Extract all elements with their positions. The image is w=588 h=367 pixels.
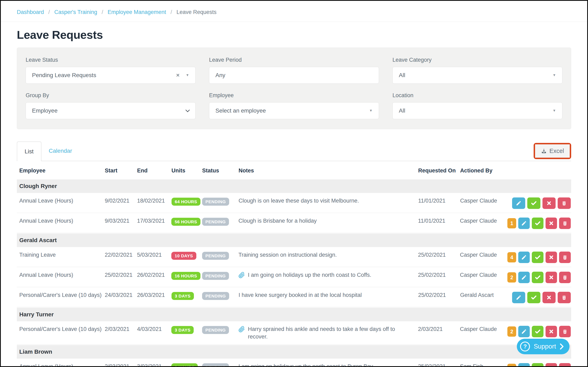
filter-leave-status: Leave Status Pending Leave Requests × ▼ (26, 57, 196, 84)
units-cell: 3 DAYS (171, 325, 202, 334)
decline-button[interactable] (542, 292, 556, 303)
delete-button[interactable] (558, 292, 571, 303)
filter-panel: Leave Status Pending Leave Requests × ▼ … (17, 48, 571, 129)
units-cell: 8 HOURS (171, 363, 202, 367)
units-badge: 16 HOURS (171, 272, 200, 280)
breadcrumb-current: Leave Requests (176, 9, 216, 15)
trash-icon (562, 275, 568, 280)
breadcrumb-link-caspers-training[interactable]: Casper's Training (54, 9, 97, 15)
pencil-icon (521, 329, 527, 334)
approve-button[interactable] (527, 292, 540, 303)
leave-category-select[interactable]: All ▼ (392, 67, 562, 84)
approve-button[interactable] (532, 217, 544, 229)
status-badge: PENDING (202, 326, 229, 334)
location-value: All (399, 108, 405, 114)
leave-category-label: Leave Category (392, 57, 562, 63)
status-cell: PENDING (202, 291, 239, 300)
breadcrumb: Dashboard / Casper's Training / Employee… (1, 1, 587, 22)
breadcrumb-separator: / (48, 9, 50, 15)
attachment-count-badge[interactable]: 2 (507, 272, 516, 283)
export-excel-button[interactable]: Excel (535, 144, 570, 158)
check-icon (531, 294, 537, 300)
actioned-by-cell: Casper Claude (460, 271, 507, 279)
attachment-count-badge[interactable]: 2 (507, 326, 516, 337)
support-button[interactable]: ? Support (517, 339, 570, 354)
breadcrumb-separator: / (170, 9, 172, 15)
decline-button[interactable] (542, 197, 556, 209)
end-date-cell: 26/03/2021 (137, 291, 171, 299)
trash-icon (562, 221, 568, 226)
group-by-label: Group By (26, 92, 196, 99)
delete-button[interactable] (559, 363, 571, 367)
edit-button[interactable] (518, 251, 530, 263)
decline-button[interactable] (545, 251, 557, 263)
delete-button[interactable] (559, 326, 571, 337)
edit-button[interactable] (512, 197, 525, 209)
approve-button[interactable] (527, 197, 540, 209)
tabs-bar: List Calendar Excel (17, 141, 571, 161)
approve-button[interactable] (532, 272, 544, 283)
leave-requests-table: Clough RynerAnnual Leave (Hours)9/02/202… (17, 179, 571, 367)
decline-button[interactable] (545, 217, 557, 229)
decline-button[interactable] (545, 272, 557, 283)
attachment-count-badge[interactable]: 2 (507, 364, 516, 367)
paperclip-icon (239, 326, 245, 333)
clear-icon[interactable]: × (176, 72, 179, 79)
group-employee-name: Clough Ryner (19, 183, 57, 189)
leave-period-input[interactable]: Any (209, 67, 379, 84)
edit-button[interactable] (518, 326, 530, 337)
leave-status-select[interactable]: Pending Leave Requests × ▼ (26, 67, 196, 84)
status-badge: PENDING (202, 272, 229, 280)
group-header-row: Clough Ryner (17, 179, 571, 193)
header-end: End (137, 167, 171, 175)
end-date-cell: 18/02/2021 (137, 197, 171, 205)
leave-type-cell: Annual Leave (Hours) (17, 197, 105, 205)
excel-button-highlight: Excel (534, 143, 571, 159)
header-actions (508, 167, 571, 175)
leave-type-cell: Annual Leave (Hours) (17, 271, 105, 279)
edit-button[interactable] (518, 272, 530, 283)
employee-label: Employee (209, 92, 379, 99)
pencil-icon (521, 366, 527, 367)
leave-status-value: Pending Leave Requests (32, 72, 96, 79)
units-badge: 56 HOURS (171, 218, 200, 226)
header-actioned-by: Actioned By (460, 167, 508, 175)
requested-on-cell: 11/01/2021 (418, 217, 460, 225)
start-date-cell: 2/03/2021 (105, 325, 137, 333)
decline-button[interactable] (545, 363, 557, 367)
delete-button[interactable] (558, 197, 571, 209)
end-date-cell: 17/03/2021 (137, 217, 171, 225)
x-icon (549, 221, 554, 226)
approve-button[interactable] (532, 363, 544, 367)
leave-type-cell: Annual Leave (Hours) (17, 217, 105, 225)
trash-icon (562, 255, 568, 260)
attachment-count-badge[interactable]: 1 (507, 218, 516, 228)
delete-button[interactable] (559, 251, 571, 263)
employee-select[interactable]: Select an employee ▼ (209, 102, 379, 119)
trash-icon (562, 366, 568, 367)
chevron-down-icon: ▼ (553, 109, 556, 113)
location-select[interactable]: All ▼ (392, 102, 562, 119)
breadcrumb-link-dashboard[interactable]: Dashboard (17, 9, 44, 15)
group-employee-name: Liam Brown (19, 349, 52, 355)
delete-button[interactable] (559, 217, 571, 229)
leave-request-row: Training Leave22/02/20215/03/202110 DAYS… (17, 247, 571, 267)
edit-button[interactable] (518, 217, 530, 229)
tab-calendar[interactable]: Calendar (42, 141, 80, 161)
attachment-count-badge[interactable]: 4 (507, 252, 516, 262)
actions-cell: 2 (507, 363, 571, 367)
end-date-cell: 3/03/2021 (137, 363, 171, 367)
tab-list[interactable]: List (17, 142, 42, 161)
approve-button[interactable] (532, 326, 544, 337)
check-icon (535, 328, 541, 335)
approve-button[interactable] (532, 251, 544, 263)
actions-cell (508, 197, 571, 209)
group-by-select[interactable]: Employee (26, 102, 196, 119)
note-text: Clough is on leave these days to visit M… (239, 197, 359, 205)
end-date-cell: 26/02/2021 (137, 271, 171, 279)
edit-button[interactable] (518, 363, 530, 367)
delete-button[interactable] (559, 272, 571, 283)
decline-button[interactable] (545, 326, 557, 337)
edit-button[interactable] (512, 292, 525, 303)
breadcrumb-link-employee-management[interactable]: Employee Management (108, 9, 166, 15)
